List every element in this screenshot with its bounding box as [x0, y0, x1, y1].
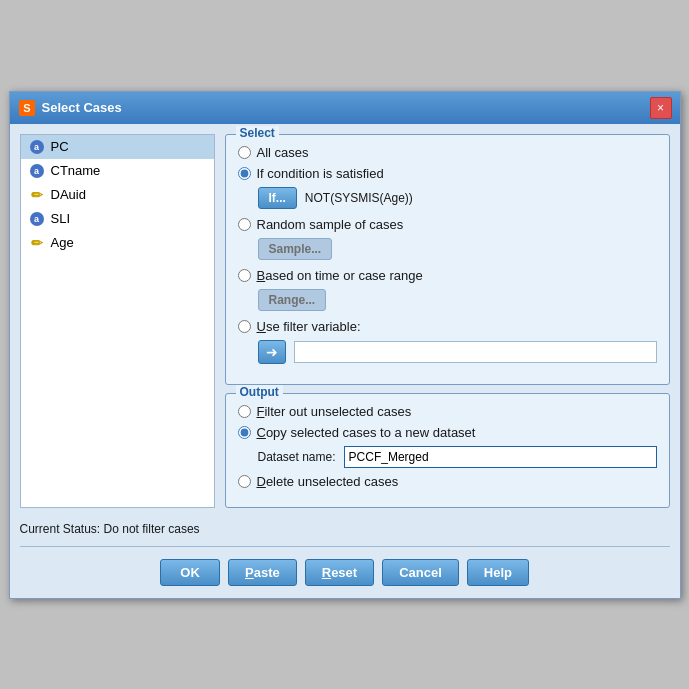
radio-range-row: Based on time or case range: [238, 268, 657, 283]
label-if-condition: If condition is satisfied: [257, 166, 384, 181]
arrow-button[interactable]: ➜: [258, 340, 286, 364]
range-button-row: Range...: [258, 289, 657, 311]
help-button[interactable]: Help: [467, 559, 529, 586]
radio-case-range[interactable]: [238, 269, 251, 282]
bottom-buttons: OK Paste Reset Cancel Help: [10, 551, 680, 598]
divider: [20, 546, 670, 547]
label-filter-variable: Use filter variable:: [257, 319, 361, 334]
label-filter-out: Filter out unselected cases: [257, 404, 412, 419]
ok-button[interactable]: OK: [160, 559, 220, 586]
app-icon: S: [18, 99, 36, 117]
dialog-body: a PC a CTname ✏ DAuid a SLI: [10, 124, 680, 518]
cancel-button[interactable]: Cancel: [382, 559, 459, 586]
list-item[interactable]: a PC: [21, 135, 214, 159]
radio-delete-unselected[interactable]: [238, 475, 251, 488]
list-item[interactable]: ✏ DAuid: [21, 183, 214, 207]
output-group: Output Filter out unselected cases Copy …: [225, 393, 670, 508]
radio-filter-variable[interactable]: [238, 320, 251, 333]
paste-button[interactable]: Paste: [228, 559, 297, 586]
titlebar-left: S Select Cases: [18, 99, 122, 117]
status-text: Current Status: Do not filter cases: [20, 522, 200, 536]
reset-button[interactable]: Reset: [305, 559, 374, 586]
status-bar: Current Status: Do not filter cases: [10, 518, 680, 542]
sample-button[interactable]: Sample...: [258, 238, 333, 260]
if-condition-row: If... NOT(SYSMIS(Age)): [258, 187, 657, 209]
label-delete-unselected: Delete unselected cases: [257, 474, 399, 489]
var-name-sli: SLI: [51, 211, 71, 226]
radio-filter-out[interactable]: [238, 405, 251, 418]
output-group-label: Output: [236, 385, 283, 399]
svg-text:S: S: [23, 102, 30, 114]
radio-filter-out-row: Filter out unselected cases: [238, 404, 657, 419]
var-icon-sli: a: [29, 211, 45, 227]
right-panel: Select All cases If condition is satisfi…: [225, 134, 670, 508]
titlebar: S Select Cases ×: [10, 92, 680, 124]
radio-copy-row: Copy selected cases to a new dataset: [238, 425, 657, 440]
radio-random-row: Random sample of cases: [238, 217, 657, 232]
filter-variable-input[interactable]: [294, 341, 657, 363]
dialog-title: Select Cases: [42, 100, 122, 115]
radio-all-cases-row: All cases: [238, 145, 657, 160]
condition-text: NOT(SYSMIS(Age)): [305, 191, 413, 205]
label-all-cases: All cases: [257, 145, 309, 160]
if-button[interactable]: If...: [258, 187, 297, 209]
label-random-sample: Random sample of cases: [257, 217, 404, 232]
list-item[interactable]: ✏ Age: [21, 231, 214, 255]
dataset-label: Dataset name:: [258, 450, 336, 464]
dataset-name-row: Dataset name:: [258, 446, 657, 468]
var-name-dauid: DAuid: [51, 187, 86, 202]
radio-delete-row: Delete unselected cases: [238, 474, 657, 489]
radio-random-sample[interactable]: [238, 218, 251, 231]
radio-copy-dataset[interactable]: [238, 426, 251, 439]
label-copy-dataset: Copy selected cases to a new dataset: [257, 425, 476, 440]
close-button[interactable]: ×: [650, 97, 672, 119]
var-name-pc: PC: [51, 139, 69, 154]
var-name-ctname: CTname: [51, 163, 101, 178]
var-icon-dauid: ✏: [29, 187, 45, 203]
radio-if-row: If condition is satisfied: [238, 166, 657, 181]
range-button[interactable]: Range...: [258, 289, 327, 311]
select-group-label: Select: [236, 126, 279, 140]
dataset-name-input[interactable]: [344, 446, 657, 468]
list-item[interactable]: a CTname: [21, 159, 214, 183]
var-name-age: Age: [51, 235, 74, 250]
sample-button-row: Sample...: [258, 238, 657, 260]
radio-if-condition[interactable]: [238, 167, 251, 180]
filter-variable-row: ➜: [258, 340, 657, 364]
select-group: Select All cases If condition is satisfi…: [225, 134, 670, 385]
radio-all-cases[interactable]: [238, 146, 251, 159]
select-cases-dialog: S Select Cases × a PC a CTname: [9, 91, 681, 599]
variable-list: a PC a CTname ✏ DAuid a SLI: [20, 134, 215, 508]
var-icon-ctname: a: [29, 163, 45, 179]
label-case-range: Based on time or case range: [257, 268, 423, 283]
list-item[interactable]: a SLI: [21, 207, 214, 231]
var-icon-age: ✏: [29, 235, 45, 251]
var-icon-pc: a: [29, 139, 45, 155]
radio-filter-row: Use filter variable:: [238, 319, 657, 334]
